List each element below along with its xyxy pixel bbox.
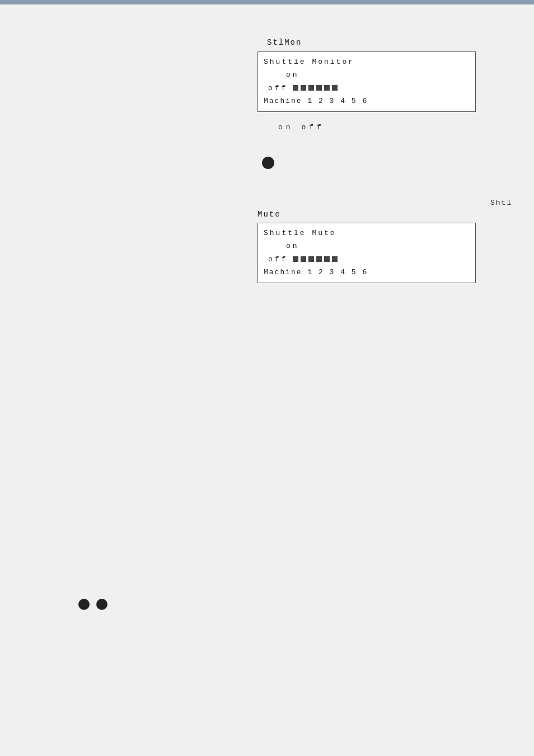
on-off-labels: on off [278, 123, 325, 132]
shuttle-monitor-box: Shuttle Monitor on off Machine 1 2 3 4 5… [257, 51, 476, 112]
bullet-dot-1[interactable] [262, 157, 274, 169]
mute-title-row: Shuttle Mute [264, 227, 470, 240]
mute-machine-label: Machine 1 2 3 4 5 6 [264, 266, 368, 279]
monitor-square-3[interactable] [308, 85, 314, 91]
shuttle-mute-box: Shuttle Mute on off Machine 1 2 3 4 5 6 [257, 223, 476, 283]
mute-title: Shuttle Mute [264, 227, 348, 240]
mute-square-4[interactable] [316, 256, 322, 262]
mute-square-6[interactable] [332, 256, 338, 262]
mute-square-5[interactable] [324, 256, 330, 262]
mute-machine-row: Machine 1 2 3 4 5 6 [264, 266, 470, 279]
bullet-dot-bottom-1[interactable] [78, 599, 90, 610]
monitor-square-2[interactable] [301, 85, 306, 91]
monitor-square-1[interactable] [293, 85, 298, 91]
monitor-title-row: Shuttle Monitor [264, 55, 470, 68]
mute-label: Mute [257, 210, 281, 219]
monitor-square-4[interactable] [316, 85, 322, 91]
monitor-on-label: on [264, 68, 299, 81]
shtl-label: Shtl [490, 199, 512, 207]
mute-square-1[interactable] [293, 256, 298, 262]
monitor-square-5[interactable] [324, 85, 330, 91]
mute-off-label: off [264, 253, 292, 266]
monitor-machine-row: Machine 1 2 3 4 5 6 [264, 95, 470, 107]
mute-on-label: on [264, 240, 299, 252]
top-accent-bar [0, 0, 534, 4]
monitor-square-6[interactable] [332, 85, 338, 91]
monitor-off-row: off [264, 82, 470, 95]
mute-on-row: on [264, 240, 470, 252]
bullet-dots-bottom [78, 599, 107, 610]
mute-square-2[interactable] [301, 256, 306, 262]
stlmon-label: StlMon [267, 38, 302, 47]
bullet-dot-bottom-2[interactable] [96, 599, 107, 610]
monitor-title: Shuttle Monitor [264, 55, 354, 68]
mute-off-row: off [264, 253, 470, 266]
page: StlMon Shuttle Monitor on off Machine 1 … [0, 0, 534, 756]
mute-square-3[interactable] [308, 256, 314, 262]
monitor-on-row: on [264, 68, 470, 81]
monitor-machine-label: Machine 1 2 3 4 5 6 [264, 95, 368, 107]
monitor-off-label: off [264, 82, 292, 95]
